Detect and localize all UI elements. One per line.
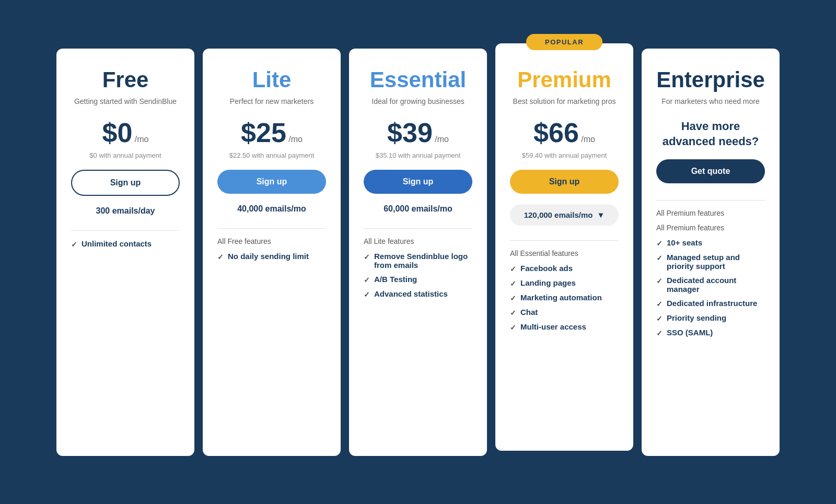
check-icon-lite-0: ✓ bbox=[217, 253, 224, 261]
feature-text-essential-0: Remove Sendinblue logo from emails bbox=[374, 252, 472, 269]
annual-price-essential: $35.10 with annual payment bbox=[364, 151, 472, 159]
annual-price-free: $0 with annual payment bbox=[71, 151, 180, 159]
annual-price-lite: $22.50 with annual payment bbox=[217, 151, 326, 159]
feature-text-enterprise-4: Priority sending bbox=[667, 313, 726, 322]
check-icon-essential-1: ✓ bbox=[364, 276, 370, 284]
feature-item-premium-4: ✓ Multi-user access bbox=[510, 322, 619, 332]
plan-description-enterprise: For marketers who need more bbox=[656, 97, 765, 107]
feature-item-lite-0: ✓ No daily sending limit bbox=[217, 252, 326, 261]
price-amount-essential: $39 bbox=[387, 118, 433, 148]
feature-text-premium-0: Facebook ads bbox=[520, 264, 573, 273]
feature-text-lite-0: No daily sending limit bbox=[228, 252, 309, 261]
plan-name-free: Free bbox=[71, 67, 180, 92]
plan-name-lite: Lite bbox=[217, 67, 326, 92]
feature-item-enterprise-3: ✓ Dedicated infrastructure bbox=[656, 299, 765, 308]
chevron-down-icon: ▼ bbox=[597, 210, 605, 219]
divider-lite bbox=[217, 228, 326, 229]
feature-item-essential-2: ✓ Advanced statistics bbox=[364, 289, 472, 299]
feature-item-premium-1: ✓ Landing pages bbox=[510, 278, 619, 288]
divider-essential bbox=[364, 228, 472, 229]
divider-premium bbox=[510, 240, 619, 241]
feature-text-enterprise-1: Managed setup and priority support bbox=[667, 253, 765, 271]
plan-name-essential: Essential bbox=[364, 67, 472, 92]
plan-card-premium: POPULARPremiumBest solution for marketin… bbox=[495, 43, 633, 451]
feature-item-enterprise-2: ✓ Dedicated account manager bbox=[656, 276, 765, 294]
feature-item-essential-1: ✓ A/B Testing bbox=[364, 275, 472, 284]
features-label-premium: All Essential features bbox=[510, 249, 619, 257]
check-icon-enterprise-0: ✓ bbox=[656, 239, 663, 248]
feature-item-free-0: ✓ Unlimited contacts bbox=[71, 239, 180, 249]
annual-price-premium: $59.40 with annual payment bbox=[510, 151, 619, 159]
check-icon-enterprise-3: ✓ bbox=[656, 300, 663, 308]
feature-item-premium-3: ✓ Chat bbox=[510, 308, 619, 317]
plan-card-lite: LitePerfect for new marketers $25 /mo $2… bbox=[203, 49, 341, 456]
plan-description-premium: Best solution for marketing pros bbox=[510, 97, 619, 107]
check-icon-enterprise-4: ✓ bbox=[656, 314, 663, 323]
check-icon-premium-4: ✓ bbox=[510, 323, 516, 332]
price-amount-free: $0 bbox=[102, 118, 133, 148]
feature-text-premium-1: Landing pages bbox=[520, 278, 576, 287]
check-icon-essential-0: ✓ bbox=[364, 253, 370, 261]
email-dropdown-premium[interactable]: 120,000 emails/mo ▼ bbox=[510, 204, 619, 226]
features-label-enterprise: All Premium features bbox=[656, 209, 765, 217]
feature-item-enterprise-0: ✓ 10+ seats bbox=[656, 238, 765, 248]
check-icon-premium-1: ✓ bbox=[510, 279, 516, 288]
cta-button-premium[interactable]: Sign up bbox=[510, 170, 619, 194]
divider-free bbox=[71, 230, 180, 231]
feature-text-free-0: Unlimited contacts bbox=[82, 239, 152, 248]
feature-text-premium-4: Multi-user access bbox=[520, 322, 586, 331]
check-icon-enterprise-2: ✓ bbox=[656, 277, 663, 285]
email-dropdown-value: 120,000 emails/mo bbox=[524, 210, 593, 219]
feature-text-premium-3: Chat bbox=[520, 308, 538, 317]
plan-price-free: $0 /mo bbox=[71, 119, 180, 146]
price-period-free: /mo bbox=[135, 135, 149, 144]
email-limit-lite: 40,000 emails/mo bbox=[217, 204, 326, 214]
feature-item-enterprise-4: ✓ Priority sending bbox=[656, 313, 765, 323]
feature-item-premium-2: ✓ Marketing automation bbox=[510, 293, 619, 302]
feature-text-premium-2: Marketing automation bbox=[520, 293, 602, 302]
feature-text-enterprise-2: Dedicated account manager bbox=[667, 276, 765, 294]
enterprise-title: Have more advanced needs? bbox=[656, 119, 765, 149]
plan-price-lite: $25 /mo bbox=[217, 119, 326, 146]
feature-text-essential-2: Advanced statistics bbox=[374, 289, 448, 298]
check-icon-premium-0: ✓ bbox=[510, 265, 516, 273]
features-label-essential: All Lite features bbox=[364, 237, 472, 245]
check-icon-enterprise-1: ✓ bbox=[656, 254, 663, 262]
feature-item-enterprise-5: ✓ SSO (SAML) bbox=[656, 328, 765, 337]
check-icon-enterprise-5: ✓ bbox=[656, 329, 663, 337]
email-limit-essential: 60,000 emails/mo bbox=[364, 204, 472, 214]
divider-enterprise bbox=[656, 200, 765, 201]
plan-card-essential: EssentialIdeal for growing businesses $3… bbox=[349, 49, 487, 456]
feature-text-enterprise-5: SSO (SAML) bbox=[667, 328, 713, 337]
pricing-container: FreeGetting started with SendinBlue $0 /… bbox=[52, 49, 784, 456]
plan-card-enterprise: EnterpriseFor marketers who need moreHav… bbox=[642, 49, 780, 456]
cta-button-free[interactable]: Sign up bbox=[71, 170, 180, 196]
plan-price-premium: $66 /mo bbox=[510, 119, 619, 146]
price-amount-premium: $66 bbox=[533, 118, 579, 148]
plan-name-premium: Premium bbox=[510, 67, 619, 92]
price-period-premium: /mo bbox=[581, 135, 595, 144]
check-icon-premium-2: ✓ bbox=[510, 294, 516, 302]
plan-name-enterprise: Enterprise bbox=[656, 67, 765, 92]
plan-description-essential: Ideal for growing businesses bbox=[364, 97, 472, 107]
check-icon-premium-3: ✓ bbox=[510, 309, 516, 317]
price-period-lite: /mo bbox=[288, 135, 303, 144]
check-icon-essential-2: ✓ bbox=[364, 290, 370, 299]
feature-item-enterprise-1: ✓ Managed setup and priority support bbox=[656, 253, 765, 271]
plan-description-free: Getting started with SendinBlue bbox=[71, 97, 180, 107]
price-amount-lite: $25 bbox=[241, 118, 286, 148]
features-label-lite: All Free features bbox=[217, 237, 326, 245]
enterprise-features-label: All Premium features bbox=[656, 224, 765, 232]
cta-button-enterprise[interactable]: Get quote bbox=[656, 159, 765, 183]
plan-price-essential: $39 /mo bbox=[364, 119, 472, 146]
email-limit-free: 300 emails/day bbox=[71, 206, 180, 216]
feature-text-enterprise-0: 10+ seats bbox=[667, 238, 702, 247]
popular-badge: POPULAR bbox=[526, 34, 602, 50]
cta-button-essential[interactable]: Sign up bbox=[364, 170, 472, 194]
feature-text-enterprise-3: Dedicated infrastructure bbox=[667, 299, 757, 308]
plan-description-lite: Perfect for new marketers bbox=[217, 97, 326, 107]
feature-item-essential-0: ✓ Remove Sendinblue logo from emails bbox=[364, 252, 472, 269]
price-period-essential: /mo bbox=[435, 135, 449, 144]
plan-card-free: FreeGetting started with SendinBlue $0 /… bbox=[56, 49, 194, 456]
cta-button-lite[interactable]: Sign up bbox=[217, 170, 326, 194]
